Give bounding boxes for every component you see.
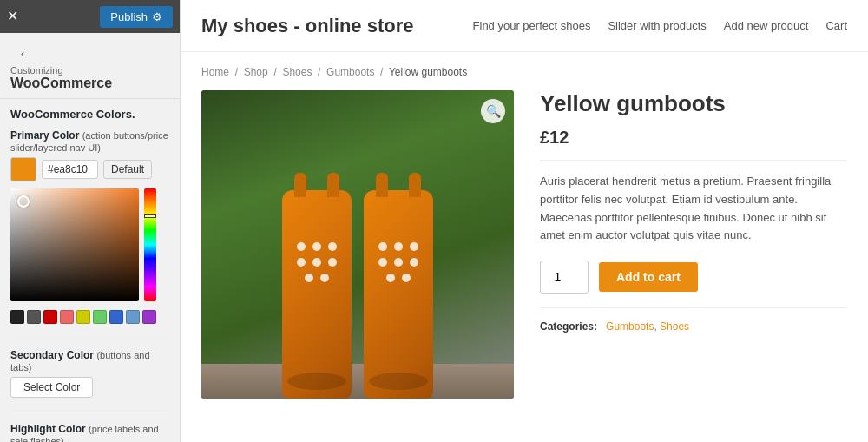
divider (10, 336, 169, 337)
swatch-purple[interactable] (142, 310, 156, 324)
swatch-darkgray[interactable] (27, 310, 41, 324)
breadcrumb-gumboots[interactable]: Gumboots (326, 66, 374, 78)
secondary-color-section: Secondary Color (buttons and tabs) Selec… (10, 349, 169, 398)
customizing-header: ‹ Customizing WooCommerce (0, 33, 180, 99)
back-button[interactable]: ‹ (10, 42, 35, 65)
breadcrumb: Home / Shop / Shoes / Gumboots / Yellow … (201, 66, 847, 78)
dot (410, 258, 418, 267)
swatch-orange[interactable] (60, 310, 74, 324)
dot (378, 258, 387, 267)
breadcrumb-shoes[interactable]: Shoes (282, 66, 312, 78)
primary-color-section: Primary Color (action buttons/price slid… (10, 129, 169, 324)
boot-left (282, 190, 352, 399)
primary-color-swatch[interactable] (10, 157, 36, 181)
boot-handle-right-boot-right (409, 173, 421, 197)
primary-color-default-button[interactable]: Default (103, 160, 152, 179)
section-title: WooCommerce Colors. (10, 108, 169, 121)
boot-dots-right (372, 242, 424, 282)
customizing-title: WooCommerce (10, 76, 169, 91)
secondary-color-select-button[interactable]: Select Color (10, 377, 93, 398)
zoom-icon[interactable]: 🔍 (481, 99, 505, 123)
product-info: Yellow gumboots £12 Auris placerat hendr… (540, 90, 847, 399)
highlight-color-label: Highlight Color (price labels and sale f… (10, 423, 169, 442)
swatch-lightblue[interactable] (126, 310, 140, 324)
nav-find-shoes[interactable]: Find your perfect shoes (473, 19, 591, 32)
site-header: My shoes - online store Find your perfec… (181, 0, 868, 52)
color-hue-bar[interactable] (144, 188, 156, 301)
dot (312, 258, 321, 267)
dot (297, 242, 306, 251)
secondary-color-controls: Select Color (10, 377, 169, 398)
swatch-blue[interactable] (109, 310, 123, 324)
swatch-red[interactable] (43, 310, 57, 324)
add-to-cart-row: Add to cart (540, 261, 847, 294)
gear-icon: ⚙ (152, 10, 162, 23)
dot (305, 274, 313, 282)
site-nav: Find your perfect shoes Slider with prod… (473, 19, 847, 32)
boot-dots-left (291, 242, 343, 282)
category-gumboots-link[interactable]: Gumboots (606, 320, 654, 333)
divider2 (10, 410, 169, 411)
boot-image-bg (201, 90, 514, 399)
dot (394, 258, 403, 267)
nav-cart[interactable]: Cart (825, 19, 847, 32)
swatch-black[interactable] (10, 310, 24, 324)
breadcrumb-current: Yellow gumboots (389, 66, 467, 78)
site-content: Home / Shop / Shoes / Gumboots / Yellow … (181, 52, 868, 442)
dot (297, 258, 306, 267)
swatch-yellow[interactable] (76, 310, 90, 324)
dot (394, 242, 403, 251)
add-to-cart-button[interactable]: Add to cart (599, 262, 698, 292)
color-swatches-row (10, 310, 169, 324)
breadcrumb-shop[interactable]: Shop (244, 66, 268, 78)
dot (386, 274, 395, 282)
color-gradient[interactable] (10, 188, 139, 301)
boots-container (282, 190, 433, 399)
top-bar: ✕ Publish ⚙ (0, 0, 180, 33)
boot-right (364, 190, 433, 399)
boot-handle-right-boot-left (376, 173, 388, 197)
publish-button[interactable]: Publish ⚙ (100, 6, 173, 28)
dot (320, 274, 329, 282)
dot (402, 274, 411, 282)
product-categories: Categories: Gumboots, Shoes (540, 320, 847, 333)
primary-color-input[interactable] (42, 160, 98, 179)
dot (328, 258, 337, 267)
nav-slider-products[interactable]: Slider with products (608, 19, 706, 32)
panel-content: WooCommerce Colors. Primary Color (actio… (0, 99, 180, 442)
boot-handle-right-left-boot (327, 173, 339, 197)
nav-add-product[interactable]: Add new product (724, 19, 809, 32)
cart-divider (540, 307, 847, 308)
boot-handle-left (294, 173, 306, 197)
color-picker (10, 188, 169, 301)
customizing-label: Customizing (10, 65, 169, 76)
primary-color-controls: Default (10, 157, 169, 181)
product-title: Yellow gumboots (540, 90, 847, 117)
breadcrumb-home[interactable]: Home (201, 66, 229, 78)
price-divider (540, 160, 847, 161)
dot (328, 242, 337, 251)
site-preview: My shoes - online store Find your perfec… (181, 0, 868, 442)
product-image: 🔍 (201, 90, 514, 399)
product-price: £12 (540, 128, 847, 148)
secondary-color-label: Secondary Color (buttons and tabs) (10, 349, 169, 373)
hue-indicator (144, 214, 156, 218)
product-layout: 🔍 Yellow gumboots £12 Auris placerat hen… (201, 90, 847, 399)
close-button[interactable]: ✕ (7, 10, 18, 23)
site-title: My shoes - online store (201, 15, 414, 37)
highlight-color-section: Highlight Color (price labels and sale f… (10, 423, 169, 442)
customizer-panel: ✕ Publish ⚙ ‹ Customizing WooCommerce Wo… (0, 0, 181, 442)
dot (312, 242, 321, 251)
primary-color-label: Primary Color (action buttons/price slid… (10, 129, 169, 154)
swatch-green[interactable] (93, 310, 107, 324)
publish-label: Publish (110, 10, 148, 23)
category-shoes-link[interactable]: Shoes (660, 320, 689, 333)
quantity-input[interactable] (540, 261, 589, 294)
dot (378, 242, 387, 251)
dot (410, 242, 418, 251)
product-description: Auris placerat hendrerit metus a pretium… (540, 173, 847, 245)
